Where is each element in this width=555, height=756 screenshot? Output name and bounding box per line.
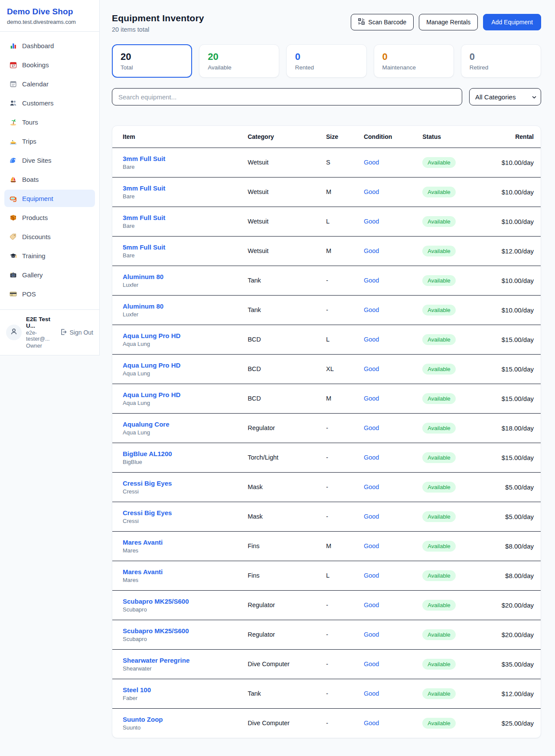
rental-price: $12.00/day (502, 247, 534, 255)
sidebar-item-boats[interactable]: Boats (4, 171, 95, 188)
sidebar-item-calendar[interactable]: Calendar (4, 75, 95, 92)
column-header-status: Status (422, 126, 480, 148)
status-badge: Available (422, 688, 456, 699)
condition-link[interactable]: Good (364, 690, 379, 697)
sidebar-item-label: Boats (22, 176, 39, 183)
item-name-link[interactable]: Suunto Zoop (123, 716, 163, 723)
item-name-link[interactable]: Steel 100 (123, 686, 151, 694)
sidebar-item-equipment[interactable]: Equipment (4, 190, 95, 207)
item-size: - (326, 413, 364, 443)
sidebar-item-training[interactable]: Training (4, 247, 95, 264)
item-name-link[interactable]: Mares Avanti (123, 539, 163, 546)
rental-price: $8.00/day (505, 542, 534, 550)
page-header: Equipment Inventory 20 items total (112, 13, 541, 33)
item-brand: Shearwater (123, 665, 248, 672)
item-name-link[interactable]: Shearwater Peregrine (123, 657, 189, 664)
condition-link[interactable]: Good (364, 661, 379, 667)
category-select[interactable]: All Categories (469, 88, 541, 105)
condition-link[interactable]: Good (364, 247, 379, 254)
rental-price: $10.00/day (502, 159, 534, 166)
stat-card-total[interactable]: 20 Total (112, 44, 192, 78)
stat-card-retired[interactable]: 0 Retired (461, 44, 541, 78)
condition-link[interactable]: Good (364, 306, 379, 313)
condition-link[interactable]: Good (364, 631, 379, 638)
sidebar-item-gallery[interactable]: Gallery (4, 266, 95, 283)
scan-barcode-button[interactable]: Scan Barcode (351, 14, 414, 30)
sidebar-item-tours[interactable]: Tours (4, 113, 95, 131)
item-name-link[interactable]: Aqua Lung Pro HD (123, 332, 180, 339)
item-brand: Cressi (123, 518, 248, 524)
search-input[interactable] (112, 88, 462, 105)
condition-link[interactable]: Good (364, 365, 379, 372)
condition-link[interactable]: Good (364, 424, 379, 431)
status-badge: Available (422, 541, 456, 552)
table-row: 3mm Full Suit Bare Wetsuit S Good Availa… (112, 148, 541, 177)
item-name-link[interactable]: 5mm Full Suit (123, 243, 165, 251)
item-brand: Bare (123, 193, 248, 200)
sidebar-item-customers[interactable]: Customers (4, 94, 95, 112)
item-name-link[interactable]: Scubapro MK25/S600 (123, 627, 189, 634)
stat-card-maintenance[interactable]: 0 Maintenance (374, 44, 454, 78)
condition-link[interactable]: Good (364, 720, 379, 726)
sidebar-item-products[interactable]: Products (4, 209, 95, 226)
item-name-link[interactable]: Aluminum 80 (123, 302, 163, 310)
item-category: Tank (248, 295, 326, 325)
item-name-link[interactable]: 3mm Full Suit (123, 214, 165, 221)
item-name-link[interactable]: Mares Avanti (123, 568, 163, 575)
rental-price: $25.00/day (502, 720, 534, 727)
item-brand: Bare (123, 223, 248, 229)
sidebar-item-trips[interactable]: Trips (4, 132, 95, 150)
item-name-link[interactable]: 3mm Full Suit (123, 155, 165, 162)
item-size: - (326, 649, 364, 679)
status-badge: Available (422, 482, 456, 493)
item-name-link[interactable]: Cressi Big Eyes (123, 480, 172, 487)
status-badge: Available (422, 187, 456, 197)
item-brand: Bare (123, 252, 248, 259)
condition-link[interactable]: Good (364, 513, 379, 520)
item-name-link[interactable]: Aluminum 80 (123, 273, 163, 280)
item-size: XL (326, 354, 364, 384)
table-row: Cressi Big Eyes Cressi Mask - Good Avail… (112, 472, 541, 502)
item-name-link[interactable]: Aqua Lung Pro HD (123, 362, 180, 369)
condition-link[interactable]: Good (364, 336, 379, 343)
condition-link[interactable]: Good (364, 542, 379, 549)
sign-out-button[interactable]: Sign Out (60, 329, 93, 337)
wave-icon (10, 157, 17, 164)
sailboat-icon (10, 176, 17, 183)
condition-link[interactable]: Good (364, 277, 379, 284)
table-row: Cressi Big Eyes Cressi Mask - Good Avail… (112, 502, 541, 531)
item-name-link[interactable]: Cressi Big Eyes (123, 509, 172, 516)
item-name-link[interactable]: Aqua Lung Pro HD (123, 391, 180, 398)
condition-link[interactable]: Good (364, 602, 379, 608)
status-badge: Available (422, 305, 456, 316)
item-name-link[interactable]: Aqualung Core (123, 421, 170, 428)
item-size: - (326, 266, 364, 295)
condition-link[interactable]: Good (364, 483, 379, 490)
condition-link[interactable]: Good (364, 218, 379, 225)
sidebar-item-bookings[interactable]: 17 Bookings (4, 56, 95, 73)
item-category: Regulator (248, 620, 326, 649)
item-size: L (326, 207, 364, 236)
brand-name[interactable]: Demo Dive Shop (7, 7, 92, 16)
rental-price: $15.00/day (502, 336, 534, 343)
stat-card-rented[interactable]: 0 Rented (286, 44, 366, 78)
condition-link[interactable]: Good (364, 454, 379, 461)
condition-link[interactable]: Good (364, 188, 379, 195)
sidebar-item-dive-sites[interactable]: Dive Sites (4, 151, 95, 169)
sidebar-item-discounts[interactable]: Discounts (4, 228, 95, 245)
item-name-link[interactable]: Scubapro MK25/S600 (123, 598, 189, 605)
sidebar-item-dashboard[interactable]: Dashboard (4, 37, 95, 54)
manage-rentals-button[interactable]: Manage Rentals (419, 14, 478, 30)
user-section: E2E Test U... e2e-tester@... Owner Sign … (0, 310, 99, 355)
calendar-icon (10, 80, 17, 88)
item-category: Regulator (248, 590, 326, 620)
add-equipment-button[interactable]: Add Equipment (483, 14, 541, 30)
stat-card-available[interactable]: 20 Available (199, 44, 279, 78)
item-name-link[interactable]: BigBlue AL1200 (123, 450, 172, 457)
sidebar-item-pos[interactable]: POS (4, 285, 95, 302)
item-name-link[interactable]: 3mm Full Suit (123, 184, 165, 192)
rental-price: $35.00/day (502, 661, 534, 668)
condition-link[interactable]: Good (364, 395, 379, 402)
condition-link[interactable]: Good (364, 159, 379, 166)
condition-link[interactable]: Good (364, 572, 379, 579)
